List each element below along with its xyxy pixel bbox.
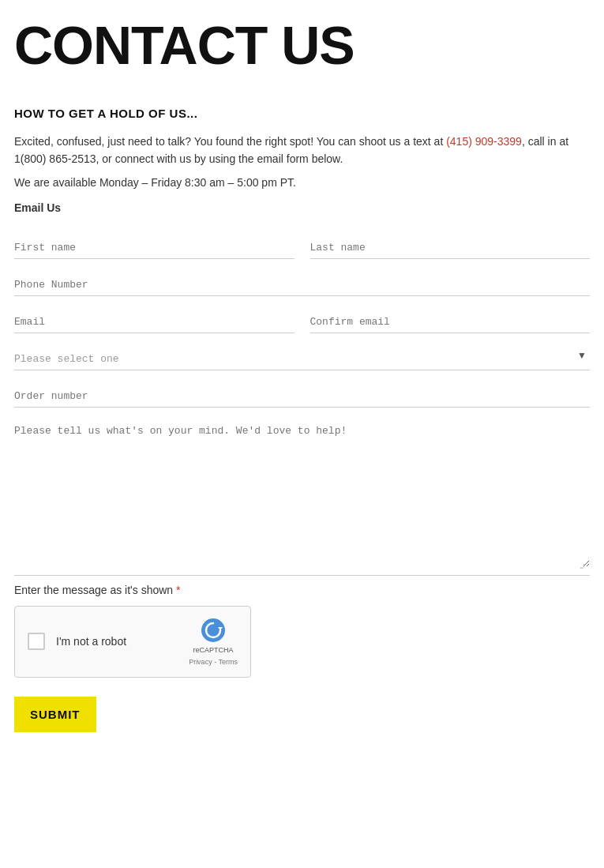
order-number-input[interactable] bbox=[14, 390, 590, 402]
order-row bbox=[14, 378, 590, 415]
recaptcha-box[interactable]: I'm not a robot reCAPTCHA Privacy - Term… bbox=[14, 606, 251, 678]
email-row bbox=[14, 304, 590, 341]
confirm-email-input[interactable] bbox=[310, 316, 591, 328]
intro-paragraph: Excited, confused, just need to talk? Yo… bbox=[14, 133, 590, 168]
captcha-checkbox[interactable] bbox=[28, 633, 45, 650]
captcha-text: I'm not a robot bbox=[56, 635, 126, 648]
select-wrapper: Please select one ▼ bbox=[14, 341, 590, 370]
captcha-privacy-link: Privacy bbox=[189, 658, 212, 666]
message-wrapper: ⌏ bbox=[14, 415, 590, 576]
phone-row bbox=[14, 267, 590, 304]
last-name-input[interactable] bbox=[310, 242, 591, 254]
phone-group bbox=[14, 267, 590, 304]
recaptcha-logo-icon bbox=[201, 618, 226, 643]
order-wrapper bbox=[14, 378, 590, 408]
name-row bbox=[14, 230, 590, 267]
first-name-group bbox=[14, 230, 294, 267]
captcha-right: reCAPTCHA Privacy - Terms bbox=[189, 618, 238, 667]
phone-wrapper bbox=[14, 267, 590, 296]
svg-point-0 bbox=[201, 618, 225, 642]
captcha-terms-link: Terms bbox=[219, 658, 238, 666]
last-name-group bbox=[310, 230, 591, 267]
contact-form: Please select one ▼ ⌏ Enter the message … bbox=[14, 230, 590, 733]
first-name-input[interactable] bbox=[14, 242, 294, 254]
email-wrapper bbox=[14, 304, 294, 333]
captcha-required: * bbox=[176, 584, 180, 596]
phone-link[interactable]: (415) 909-3399 bbox=[446, 135, 522, 148]
recaptcha-links: Privacy - Terms bbox=[189, 658, 238, 666]
availability-text: We are available Monday – Friday 8:30 am… bbox=[14, 176, 590, 189]
email-input[interactable] bbox=[14, 316, 294, 328]
page-title: CONTACT US bbox=[14, 16, 590, 75]
resize-handle-icon: ⌏ bbox=[580, 561, 588, 573]
email-us-label: Email Us bbox=[14, 201, 590, 214]
order-group bbox=[14, 378, 590, 415]
captcha-label: Enter the message as it's shown * bbox=[14, 584, 590, 596]
topic-select[interactable]: Please select one bbox=[14, 353, 590, 365]
message-textarea[interactable] bbox=[14, 425, 590, 567]
submit-button[interactable]: SUBMIT bbox=[14, 697, 96, 732]
email-group bbox=[14, 304, 294, 341]
captcha-left: I'm not a robot bbox=[28, 633, 126, 650]
first-name-wrapper bbox=[14, 230, 294, 259]
captcha-label-text: Enter the message as it's shown bbox=[14, 584, 173, 596]
phone-input[interactable] bbox=[14, 279, 590, 291]
confirm-email-wrapper bbox=[310, 304, 591, 333]
recaptcha-brand: reCAPTCHA bbox=[193, 646, 234, 656]
intro-text-before: Excited, confused, just need to talk? Yo… bbox=[14, 135, 446, 148]
confirm-email-group bbox=[310, 304, 591, 341]
section-heading: HOW TO GET A HOLD OF US... bbox=[14, 107, 590, 120]
last-name-wrapper bbox=[310, 230, 591, 259]
